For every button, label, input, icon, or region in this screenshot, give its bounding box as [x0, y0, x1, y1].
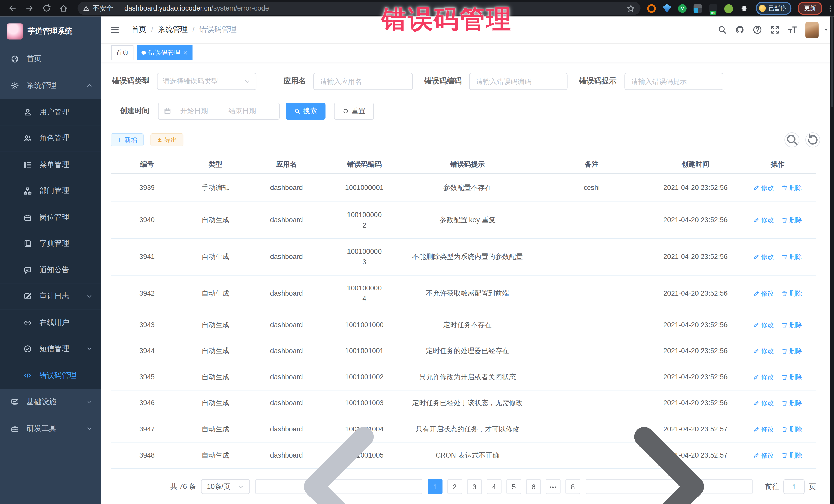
- sidebar-item-roles[interactable]: 角色管理: [0, 125, 101, 152]
- extension-icon[interactable]: [647, 4, 656, 13]
- delete-button[interactable]: 删除: [782, 450, 802, 461]
- sidebar-collapse-icon[interactable]: [110, 25, 119, 35]
- edit-label: 修改: [761, 346, 774, 356]
- delete-button[interactable]: 删除: [782, 346, 802, 356]
- edit-button[interactable]: 修改: [753, 182, 774, 193]
- extension-icon[interactable]: [663, 4, 671, 13]
- browser-scrollbar[interactable]: [830, 17, 834, 504]
- tag-error-code[interactable]: 错误码管理: [137, 45, 193, 60]
- delete-button[interactable]: 删除: [782, 288, 802, 299]
- delete-icon: [782, 400, 788, 407]
- extension-icon[interactable]: [724, 4, 733, 13]
- browser-back-icon[interactable]: [8, 4, 17, 13]
- delete-button[interactable]: 删除: [782, 182, 802, 193]
- sidebar-item-dictionary[interactable]: 字典管理: [0, 231, 101, 257]
- error-hint-input[interactable]: [630, 77, 718, 86]
- page-button-1[interactable]: 1: [427, 479, 442, 494]
- sidebar-item-home[interactable]: 首页: [0, 46, 101, 72]
- help-icon[interactable]: [753, 25, 762, 35]
- add-button[interactable]: 新增: [111, 133, 144, 146]
- search-button[interactable]: 搜索: [286, 103, 325, 119]
- sidebar-item-menus[interactable]: 菜单管理: [0, 152, 101, 178]
- date-range-picker[interactable]: 开始日期 - 结束日期: [158, 103, 280, 119]
- edit-button[interactable]: 修改: [753, 288, 774, 299]
- sidebar-item-sms[interactable]: 短信管理: [0, 336, 101, 363]
- goto-page-input[interactable]: [784, 479, 805, 494]
- reset-button[interactable]: 重置: [334, 103, 374, 119]
- user-avatar[interactable]: [805, 22, 819, 38]
- delete-icon: [782, 184, 788, 191]
- page-button-2[interactable]: 2: [447, 479, 462, 494]
- cell-actions: 修改 删除: [739, 215, 816, 225]
- edit-button[interactable]: 修改: [753, 215, 774, 225]
- address-bar[interactable]: 不安全 dashboard.yudao.iocoder.cn/system/er…: [78, 2, 640, 15]
- error-code-input[interactable]: [475, 77, 562, 86]
- fullscreen-icon[interactable]: [770, 25, 780, 35]
- reset-button-label: 重置: [352, 107, 366, 116]
- delete-button[interactable]: 删除: [782, 424, 802, 435]
- bookmark-star-icon[interactable]: [627, 4, 635, 13]
- browser-reload-icon[interactable]: [42, 4, 51, 13]
- cell-id: 3942: [111, 288, 183, 299]
- sidebar-item-infrastructure[interactable]: 基础设施: [0, 389, 101, 415]
- security-chip[interactable]: 不安全: [83, 3, 113, 13]
- edit-button[interactable]: 修改: [753, 450, 774, 461]
- export-button[interactable]: 导出: [151, 133, 184, 146]
- extension-icon[interactable]: [694, 4, 702, 13]
- breadcrumb-system[interactable]: 系统管理: [158, 25, 188, 35]
- avatar-caret-icon[interactable]: [824, 27, 829, 32]
- sidebar-item-departments[interactable]: 部门管理: [0, 178, 101, 204]
- delete-button[interactable]: 删除: [782, 320, 802, 330]
- page-button-3[interactable]: 3: [467, 479, 482, 494]
- tag-home[interactable]: 首页: [111, 45, 133, 60]
- extension-icon[interactable]: on: [709, 4, 718, 13]
- more-pages-button[interactable]: •••: [546, 479, 561, 494]
- sidebar-item-online-users[interactable]: 在线用户: [0, 309, 101, 336]
- paused-extension-badge[interactable]: 已暂停: [756, 2, 791, 15]
- next-page-button[interactable]: [586, 479, 753, 494]
- breadcrumb-home[interactable]: 首页: [131, 25, 146, 35]
- sidebar-item-devtools[interactable]: 研发工具: [0, 415, 101, 442]
- extensions-puzzle-icon[interactable]: [740, 4, 748, 13]
- edit-button[interactable]: 修改: [753, 320, 774, 330]
- page-button-8[interactable]: 8: [565, 479, 580, 494]
- page-size-select[interactable]: 10条/页: [201, 479, 250, 494]
- chip-separator: [118, 5, 119, 12]
- sidebar-item-announcements[interactable]: 通知公告: [0, 257, 101, 283]
- font-size-icon[interactable]: [788, 25, 797, 35]
- page-button-5[interactable]: 5: [506, 479, 521, 494]
- sidebar-item-system[interactable]: 系统管理: [0, 72, 101, 99]
- toggle-search-button[interactable]: [785, 132, 799, 147]
- page-button-6[interactable]: 6: [526, 479, 541, 494]
- refresh-table-button[interactable]: [805, 132, 820, 147]
- close-icon[interactable]: [183, 50, 188, 55]
- browser-home-icon[interactable]: [59, 4, 68, 13]
- sidebar-item-positions[interactable]: 岗位管理: [0, 204, 101, 231]
- scrollbar-thumb[interactable]: [831, 17, 833, 107]
- delete-button[interactable]: 删除: [782, 398, 802, 408]
- app-name-input[interactable]: [319, 77, 407, 86]
- sidebar-item-users[interactable]: 用户管理: [0, 99, 101, 126]
- sidebar-item-audit-log[interactable]: 审计日志: [0, 283, 101, 310]
- delete-button[interactable]: 删除: [782, 251, 802, 262]
- edit-button[interactable]: 修改: [753, 398, 774, 408]
- browser-update-button[interactable]: 更新: [798, 2, 822, 15]
- delete-button[interactable]: 删除: [782, 215, 802, 225]
- edit-button[interactable]: 修改: [753, 346, 774, 356]
- prev-page-button[interactable]: [255, 479, 422, 494]
- delete-button[interactable]: 删除: [782, 372, 802, 382]
- edit-button[interactable]: 修改: [753, 251, 774, 262]
- error-code-field-wrap: [469, 73, 567, 90]
- header-search-icon[interactable]: [718, 25, 727, 35]
- cell-error-code: 1001000003: [325, 246, 403, 268]
- extension-icon[interactable]: v: [678, 4, 687, 13]
- github-icon[interactable]: [735, 25, 744, 35]
- error-type-select[interactable]: 请选择错误码类型: [157, 73, 256, 90]
- browser-menu-icon[interactable]: [827, 4, 834, 13]
- sidebar-item-error-codes[interactable]: 错误码管理: [0, 363, 101, 389]
- page-button-4[interactable]: 4: [487, 479, 502, 494]
- sidebar-logo-row[interactable]: 芋道管理系统: [0, 17, 101, 46]
- edit-button[interactable]: 修改: [753, 424, 774, 435]
- edit-button[interactable]: 修改: [753, 372, 774, 382]
- browser-forward-icon[interactable]: [25, 4, 34, 13]
